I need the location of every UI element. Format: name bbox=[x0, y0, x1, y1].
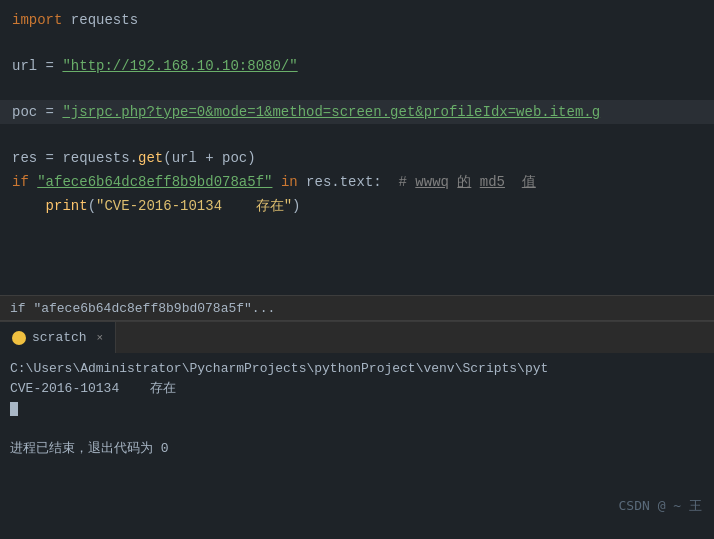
code-editor: import requests url = "http://192.168.10… bbox=[0, 0, 714, 295]
terminal-tab-scratch[interactable]: scratch × bbox=[0, 322, 116, 353]
python-icon bbox=[12, 331, 26, 345]
code-line-1: import requests bbox=[0, 8, 714, 32]
terminal-line-exit: 进程已结束，退出代码为 0 bbox=[10, 439, 704, 459]
tooltip-text: if "afece6b64dc8eff8b9bd078a5f"... bbox=[10, 301, 275, 316]
code-line-if: if "afece6b64dc8eff8b9bd078a5f" in res.t… bbox=[0, 170, 714, 194]
code-line-res: res = requests.get(url + poc) bbox=[0, 146, 714, 170]
keyword-import: import bbox=[12, 9, 62, 31]
code-line-print: print("CVE-2016-10134 存在") bbox=[0, 194, 714, 218]
cursor bbox=[10, 402, 18, 416]
terminal-empty bbox=[10, 419, 704, 439]
terminal-header: scratch × bbox=[0, 321, 714, 353]
terminal-line-1: C:\Users\Administrator\PycharmProjects\p… bbox=[10, 359, 704, 379]
terminal-section: scratch × C:\Users\Administrator\Pycharm… bbox=[0, 321, 714, 523]
autocomplete-tooltip: if "afece6b64dc8eff8b9bd078a5f"... bbox=[0, 295, 714, 321]
code-line-poc: poc = "jsrpc.php?type=0&mode=1&method=sc… bbox=[0, 100, 714, 124]
tab-close-button[interactable]: × bbox=[97, 332, 104, 344]
empty-line-2 bbox=[0, 78, 714, 100]
terminal-line-2: CVE-2016-10134 存在 bbox=[10, 379, 704, 399]
terminal-tab-label: scratch bbox=[32, 330, 87, 345]
empty-line-1 bbox=[0, 32, 714, 54]
terminal-body: C:\Users\Administrator\PycharmProjects\p… bbox=[0, 353, 714, 523]
code-line-url: url = "http://192.168.10.10:8080/" bbox=[0, 54, 714, 78]
terminal-cursor-line bbox=[10, 399, 704, 419]
watermark: CSDN @ ~ 王 bbox=[619, 497, 702, 515]
empty-line-3 bbox=[0, 124, 714, 146]
